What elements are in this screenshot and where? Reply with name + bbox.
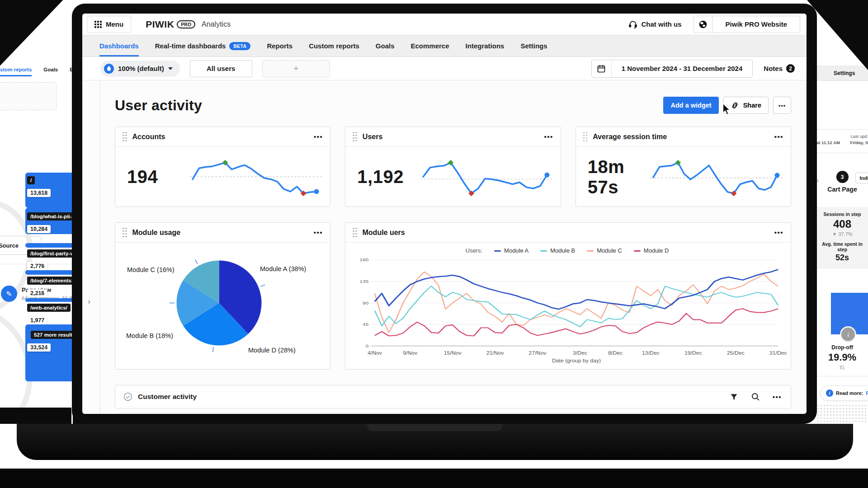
tab-settings[interactable]: Settings bbox=[520, 35, 547, 56]
filter-bar: 100% (default) All users + 1 November 20… bbox=[82, 57, 807, 80]
widget-customer-activity[interactable]: Customer activity ••• bbox=[115, 385, 791, 408]
module-usage-pie-chart[interactable] bbox=[166, 250, 272, 356]
funnel-bar-label: /web-analytics/ bbox=[27, 304, 71, 312]
pageview-step-icon: ✎ bbox=[1, 286, 17, 302]
drag-handle-icon[interactable] bbox=[123, 132, 127, 142]
search-icon[interactable] bbox=[751, 392, 760, 401]
widget-more-button[interactable]: ••• bbox=[314, 229, 323, 236]
tab-integrations[interactable]: Integrations bbox=[466, 35, 505, 56]
main-navigation: Dashboards Real-time dashboardsBETA Repo… bbox=[82, 35, 807, 57]
tab-custom-reports[interactable]: Custom reports bbox=[309, 35, 359, 56]
updated-label: Last upd bbox=[851, 134, 867, 139]
read-more-pill[interactable]: i Read more: Funnels bbox=[820, 385, 868, 401]
notes-label: Notes bbox=[764, 65, 783, 72]
dashboard-content: › User activity Add a widget Share ••• bbox=[82, 80, 807, 414]
pie-label-module-d: Module D (28%) bbox=[248, 347, 296, 354]
svg-text:8/Dec: 8/Dec bbox=[608, 351, 623, 356]
legend-module-c[interactable]: Module C bbox=[587, 247, 622, 254]
kpi-value: 1,192 bbox=[357, 167, 404, 187]
divider bbox=[816, 376, 868, 376]
tab-reports[interactable]: Reports bbox=[267, 35, 292, 56]
menu-button[interactable]: Menu bbox=[87, 16, 131, 33]
users-sparkline bbox=[419, 155, 554, 199]
pie-label-module-c: Module C (16%) bbox=[127, 266, 175, 273]
dropoff-count: 81 bbox=[816, 365, 868, 370]
widget-accounts: Accounts ••• 194 bbox=[115, 127, 330, 207]
info-icon: i bbox=[826, 389, 833, 397]
share-label: Share bbox=[743, 102, 761, 109]
beta-badge: BETA bbox=[229, 42, 250, 50]
svg-text:27/Nov: 27/Nov bbox=[529, 351, 547, 356]
piwik-website-button[interactable]: Piwik PRO Website bbox=[693, 16, 800, 33]
step-metrics: Sessions in step 408 ▼ 37.7% Avg. time s… bbox=[816, 207, 868, 269]
funnel-bar-value: 2,216 bbox=[27, 289, 47, 297]
dropoff-percent: 19.9% bbox=[816, 352, 868, 363]
svg-text:9/Nov: 9/Nov bbox=[403, 351, 417, 356]
left-panel-dashed-box bbox=[0, 82, 57, 110]
left-tab-goals[interactable]: Goals bbox=[43, 67, 58, 76]
website-label: Piwik PRO Website bbox=[713, 16, 800, 33]
svg-text:45: 45 bbox=[363, 322, 368, 327]
funnel-bar-value: 10,284 bbox=[27, 225, 51, 233]
notes-button[interactable]: Notes 2 bbox=[764, 64, 795, 73]
piwik-pro-logo: PIWIK PRO Analytics bbox=[146, 19, 231, 30]
laptop-base bbox=[17, 424, 853, 460]
widget-title: Users bbox=[363, 133, 382, 141]
date-range-label: 1 November 2024 - 31 December 2024 bbox=[612, 60, 753, 77]
divider bbox=[816, 129, 868, 130]
widget-more-button[interactable]: ••• bbox=[314, 133, 323, 141]
avg-time-label: Avg. time spent in step bbox=[816, 241, 868, 252]
drag-handle-icon[interactable] bbox=[353, 228, 357, 238]
tab-goals[interactable]: Goals bbox=[376, 35, 395, 56]
legend-module-d[interactable]: Module D bbox=[634, 247, 669, 254]
kpi-value: 194 bbox=[127, 167, 158, 187]
drag-handle-icon[interactable] bbox=[583, 132, 588, 142]
widget-more-button[interactable]: ••• bbox=[544, 133, 553, 141]
svg-text:135: 135 bbox=[360, 279, 369, 284]
left-tab-custom-reports[interactable]: stom reports bbox=[0, 67, 32, 76]
dashboard-more-button[interactable]: ••• bbox=[773, 97, 791, 114]
sessions-value: 408 bbox=[816, 218, 868, 230]
svg-text:4/Nov: 4/Nov bbox=[368, 351, 382, 356]
drag-handle-icon[interactable] bbox=[353, 132, 357, 142]
chat-with-us-button[interactable]: Chat with us bbox=[628, 20, 681, 29]
add-widget-button[interactable]: Add a widget bbox=[663, 97, 718, 114]
menu-grid-icon bbox=[94, 21, 102, 28]
widget-more-button[interactable]: ••• bbox=[774, 133, 783, 141]
traffic-sample-dropdown[interactable]: 100% (default) bbox=[100, 61, 180, 77]
kpi-value: 18m 57s bbox=[588, 157, 649, 197]
globe-icon bbox=[694, 16, 713, 33]
expand-rail-chevron[interactable]: › bbox=[88, 296, 90, 306]
conversion-rate: ▼ 37.7% bbox=[816, 231, 868, 237]
funnels-link[interactable]: Funnels bbox=[866, 390, 868, 396]
legend-module-b[interactable]: Module B bbox=[540, 247, 575, 254]
date-range-picker[interactable]: 1 November 2024 - 31 December 2024 bbox=[591, 60, 753, 78]
tab-realtime-dashboards[interactable]: Real-time dashboardsBETA bbox=[155, 35, 251, 56]
funnel-bar-value: 13,618 bbox=[27, 189, 51, 197]
brand-piwik: PIWIK bbox=[146, 19, 174, 30]
step-side-chip[interactable]: Indi bbox=[855, 173, 868, 183]
module-users-line-chart[interactable]: 045901351804/Nov9/Nov15/Nov21/Nov27/Nov3… bbox=[350, 255, 784, 363]
tab-ecommerce[interactable]: Ecommerce bbox=[411, 35, 449, 56]
widget-more-button[interactable]: ••• bbox=[773, 393, 782, 401]
session-sparkline bbox=[649, 155, 784, 199]
drag-handle-icon[interactable] bbox=[123, 228, 127, 238]
widget-title: Average session time bbox=[593, 133, 667, 141]
updated-day: Friday, S bbox=[850, 140, 868, 145]
read-more-label: Read more: bbox=[836, 390, 863, 396]
legend-module-a[interactable]: Module A bbox=[494, 247, 528, 254]
legend-title: Users: bbox=[466, 247, 483, 254]
widget-more-button[interactable]: ••• bbox=[774, 229, 783, 236]
segment-all-users-button[interactable]: All users bbox=[190, 60, 252, 77]
widget-title: Accounts bbox=[132, 133, 165, 141]
funnel-bar-value: 2,776 bbox=[27, 262, 47, 270]
filter-icon[interactable] bbox=[730, 393, 738, 401]
step-number-badge: 3 bbox=[836, 171, 849, 183]
widget-module-usage: Module usage ••• Module A (38%) Module D… bbox=[115, 222, 330, 370]
widget-module-users: Module uers ••• Users: Module A Module B… bbox=[345, 222, 791, 370]
add-segment-button[interactable]: + bbox=[262, 60, 330, 77]
right-tab-settings[interactable]: Settings bbox=[834, 70, 855, 76]
funnel-bar-value: 33,524 bbox=[27, 343, 51, 352]
tab-dashboards[interactable]: Dashboards bbox=[99, 35, 139, 56]
funnel-bar-label: 527 more results bbox=[31, 331, 78, 339]
